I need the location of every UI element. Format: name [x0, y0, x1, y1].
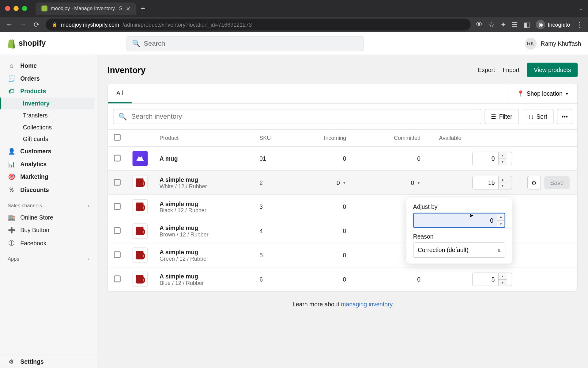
- row-checkbox[interactable]: [114, 251, 121, 258]
- nav-customers[interactable]: 👤Customers: [0, 145, 97, 158]
- tab-all[interactable]: All: [108, 83, 131, 103]
- product-name[interactable]: A mug: [160, 155, 247, 162]
- incognito-icon: ◉: [536, 20, 545, 29]
- close-tab-icon[interactable]: ✕: [126, 5, 130, 12]
- sort-button[interactable]: ↑↓Sort: [522, 109, 553, 124]
- more-actions-button[interactable]: •••: [557, 109, 572, 124]
- inventory-search[interactable]: 🔍 Search inventory: [113, 109, 481, 124]
- available-field[interactable]: [473, 176, 498, 189]
- filter-button[interactable]: ☰Filter: [485, 109, 519, 124]
- row-checkbox[interactable]: [114, 155, 121, 161]
- row-checkbox[interactable]: [114, 275, 121, 282]
- row-checkbox[interactable]: [114, 203, 121, 209]
- available-input[interactable]: ▲▼: [472, 176, 512, 190]
- adjust-by-field[interactable]: [414, 214, 497, 227]
- product-thumbnail[interactable]: [133, 223, 148, 239]
- available-input[interactable]: ▲▼: [472, 152, 512, 165]
- stepper-up-icon[interactable]: ▲: [499, 152, 507, 159]
- col-available: Available: [433, 129, 518, 146]
- caret-down-icon[interactable]: ▼: [417, 181, 420, 185]
- product-name[interactable]: A simple mug: [160, 224, 247, 231]
- product-variant: Brown / 12 / Rubber: [160, 231, 247, 238]
- minimize-window-icon[interactable]: [13, 6, 19, 11]
- nav-settings[interactable]: ⚙Settings: [0, 355, 97, 368]
- location-filter[interactable]: 📍 Shop location ▼: [508, 84, 577, 103]
- forward-button[interactable]: →: [19, 21, 27, 29]
- product-name[interactable]: A simple mug: [160, 273, 247, 279]
- nav-home[interactable]: ⌂Home: [0, 59, 97, 72]
- section-apps[interactable]: Apps›: [0, 250, 97, 264]
- store-icon: 🏬: [8, 214, 15, 221]
- nav-products[interactable]: 🏷Products: [0, 85, 97, 97]
- nav-analytics[interactable]: 📊Analytics: [0, 158, 97, 170]
- export-button[interactable]: Export: [478, 67, 495, 73]
- eye-off-icon[interactable]: 👁: [476, 21, 483, 29]
- nav-discounts[interactable]: ％Discounts: [0, 183, 97, 197]
- stepper-down-icon[interactable]: ▼: [497, 220, 505, 227]
- back-button[interactable]: ←: [5, 21, 14, 29]
- product-thumbnail[interactable]: [133, 272, 148, 287]
- available-field[interactable]: [473, 152, 498, 165]
- products-icon: 🏷: [8, 88, 15, 94]
- reading-list-icon[interactable]: ☰: [512, 21, 518, 29]
- bookmark-icon[interactable]: ☆: [488, 21, 494, 29]
- nav-online-store[interactable]: 🏬Online Store: [0, 211, 97, 224]
- close-window-icon[interactable]: [5, 6, 10, 11]
- incoming-cell: 0: [292, 243, 359, 267]
- stepper-up-icon[interactable]: ▲: [499, 273, 507, 279]
- product-thumbnail[interactable]: [133, 247, 148, 263]
- stepper-down-icon[interactable]: ▼: [499, 159, 507, 165]
- new-tab-button[interactable]: +: [141, 4, 145, 13]
- nav-facebook[interactable]: ⓕFacebook: [0, 236, 97, 250]
- product-thumbnail[interactable]: [133, 175, 148, 190]
- row-checkbox[interactable]: [114, 227, 121, 234]
- nav-orders[interactable]: 🧾Orders: [0, 72, 97, 85]
- product-thumbnail[interactable]: [133, 199, 148, 215]
- nav-marketing[interactable]: 🎯Marketing: [0, 171, 97, 183]
- sidebar: ⌂Home 🧾Orders 🏷Products Inventory Transf…: [0, 55, 97, 368]
- table-row[interactable]: A simple mugWhite / 12 / Rubber 2 0 ▼ 0 …: [108, 171, 577, 195]
- subnav-giftcards[interactable]: Gift cards: [2, 133, 94, 145]
- select-all-checkbox[interactable]: [114, 134, 121, 141]
- browser-tab[interactable]: moodjoy · Manage Inventory · S ✕: [36, 2, 137, 15]
- browser-menu-icon[interactable]: ⋮: [576, 21, 583, 29]
- stepper-up-icon[interactable]: ▲: [499, 176, 507, 183]
- adjust-by-input[interactable]: ▲▼: [413, 213, 505, 228]
- available-input[interactable]: ▲▼: [472, 273, 512, 286]
- user-menu[interactable]: RK Ramy Khuffash: [525, 37, 581, 49]
- subnav-collections[interactable]: Collections: [2, 121, 94, 133]
- side-panel-icon[interactable]: ◧: [524, 21, 530, 29]
- tabs-overflow-icon[interactable]: ⌄: [579, 6, 583, 11]
- table-row[interactable]: A mug 01 0 0 ▲▼: [108, 146, 577, 171]
- product-name[interactable]: A simple mug: [160, 249, 247, 255]
- product-name[interactable]: A simple mug: [160, 200, 247, 207]
- product-thumbnail[interactable]: [133, 151, 148, 166]
- stepper-up-icon[interactable]: ▲: [497, 214, 505, 221]
- reason-select[interactable]: Correction (default) ⇅: [413, 243, 505, 258]
- url-field[interactable]: 🔒 moodjoy.myshopify.com/admin/products/i…: [46, 19, 471, 31]
- global-search[interactable]: 🔍 Search: [126, 36, 364, 51]
- extensions-icon[interactable]: ✦: [500, 21, 506, 29]
- save-button[interactable]: Save: [544, 176, 570, 189]
- view-products-button[interactable]: View products: [527, 63, 578, 77]
- stepper-down-icon[interactable]: ▼: [499, 279, 507, 286]
- product-name[interactable]: A simple mug: [160, 176, 247, 183]
- stepper-down-icon[interactable]: ▼: [499, 183, 507, 189]
- adjust-by-label: Adjust by: [413, 203, 505, 210]
- caret-down-icon[interactable]: ▼: [342, 181, 346, 185]
- section-sales-channels[interactable]: Sales channels›: [0, 197, 97, 211]
- available-field[interactable]: [473, 273, 498, 286]
- nav-buy-button[interactable]: ➕Buy Button: [0, 224, 97, 236]
- shopify-logo[interactable]: shopify: [7, 38, 46, 48]
- row-checkbox[interactable]: [114, 179, 121, 186]
- import-button[interactable]: Import: [503, 67, 519, 73]
- maximize-window-icon[interactable]: [22, 6, 27, 11]
- reload-button[interactable]: ⟳: [32, 21, 41, 29]
- managing-inventory-link[interactable]: managing inventory: [341, 301, 393, 308]
- adjust-settings-button[interactable]: ⚙: [527, 176, 541, 190]
- incognito-badge[interactable]: ◉Incognito: [536, 20, 570, 29]
- url-host: moodjoy.myshopify.com: [61, 21, 119, 28]
- subnav-transfers[interactable]: Transfers: [2, 109, 94, 121]
- table-row[interactable]: A simple mugBlue / 12 / Rubber 6 0 0 ▲▼: [108, 267, 577, 291]
- subnav-inventory[interactable]: Inventory: [2, 98, 94, 109]
